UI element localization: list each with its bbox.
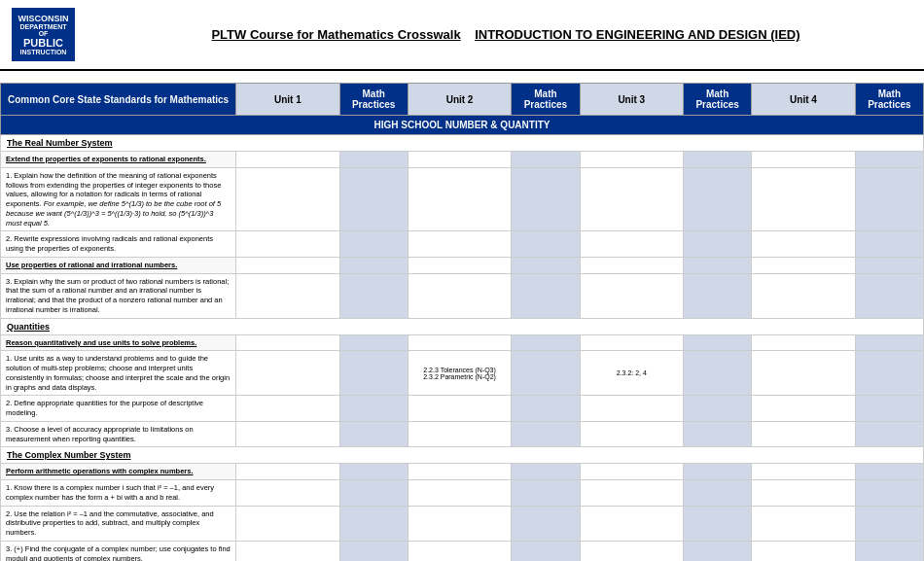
data-cell-6 (752, 167, 856, 231)
data-cell-7 (855, 396, 923, 422)
data-cell-1 (339, 464, 408, 480)
data-cell-7 (855, 334, 923, 351)
data-cell-7 (855, 541, 923, 561)
th-unit4: Unit 4 (752, 84, 856, 116)
data-cell-1 (339, 421, 408, 447)
data-cell-0 (236, 541, 340, 561)
data-cell-2 (408, 167, 512, 231)
data-cell-2: 2.2.3 Tolerances (N-Q3) 2.3.2 Parametric… (408, 351, 512, 396)
table-row: 1. Know there is a complex number i such… (1, 480, 924, 507)
data-cell-0 (236, 480, 340, 507)
data-cell-5 (684, 351, 752, 396)
table-row: Reason quantitatively and use units to s… (1, 334, 924, 351)
data-cell-4 (580, 480, 684, 507)
table-row: 3. Explain why the sum or product of two… (1, 273, 924, 318)
data-cell-2 (408, 152, 512, 168)
data-cell-7 (855, 421, 923, 447)
table-row: 3. (+) Find the conjugate of a complex n… (1, 541, 924, 561)
data-cell-1 (339, 257, 408, 273)
section-header-hsnq: HIGH SCHOOL NUMBER & QUANTITY (1, 116, 924, 135)
data-cell-4 (580, 167, 684, 231)
data-cell-0 (236, 421, 340, 447)
table-row: 3. Choose a level of accuracy appropriat… (1, 421, 924, 447)
main-table: Common Core State Standards for Mathemat… (0, 83, 924, 561)
data-cell-5 (684, 167, 752, 231)
table-row: Use properties of rational and irrationa… (1, 257, 924, 273)
table-header-row: Common Core State Standards for Mathemat… (1, 84, 924, 116)
data-cell-6 (752, 273, 856, 318)
data-cell-6 (752, 152, 856, 168)
data-cell-5 (684, 464, 752, 480)
subsection-header-2: The Complex Number System (1, 447, 924, 464)
data-cell-4 (580, 152, 684, 168)
table-row: 2. Define appropriate quantities for the… (1, 396, 924, 422)
data-cell-3 (512, 167, 580, 231)
data-cell-4 (580, 231, 684, 258)
data-cell-3 (512, 273, 580, 318)
data-cell-5 (684, 257, 752, 273)
th-math3: Math Practices (684, 84, 752, 116)
subsection-header-1: Quantities (1, 318, 924, 334)
logo-area: WISCONSIN DEPARTMENT OF PUBLIC INSTRUCTI… (12, 8, 99, 61)
th-unit1: Unit 1 (236, 84, 340, 116)
data-cell-2 (408, 480, 512, 507)
data-cell-2 (408, 273, 512, 318)
data-cell-2 (408, 464, 512, 480)
data-cell-7 (855, 464, 923, 480)
logo-state: WISCONSIN (18, 14, 68, 23)
table-row: 2. Use the relation i² = –1 and the comm… (1, 506, 924, 541)
data-cell-0 (236, 464, 340, 480)
data-cell-4 (580, 506, 684, 541)
data-cell-2 (408, 396, 512, 422)
data-cell-3 (512, 541, 580, 561)
header-title: PLTW Course for Mathematics Crosswalk IN… (99, 27, 912, 42)
data-cell-4 (580, 541, 684, 561)
data-cell-6 (752, 351, 856, 396)
data-cell-3 (512, 231, 580, 258)
data-cell-1 (339, 541, 408, 561)
data-cell-1 (339, 351, 408, 396)
data-cell-2 (408, 541, 512, 561)
data-cell-7 (855, 257, 923, 273)
data-cell-0 (236, 396, 340, 422)
data-cell-0 (236, 231, 340, 258)
data-cell-3 (512, 334, 580, 351)
data-cell-5 (684, 421, 752, 447)
data-cell-3 (512, 464, 580, 480)
data-cell-1 (339, 396, 408, 422)
data-cell-0 (236, 273, 340, 318)
subtitle-text: INTRODUCTION TO ENGINEERING AND DESIGN (… (475, 27, 800, 42)
data-cell-7 (855, 231, 923, 258)
logo-public: PUBLIC (23, 37, 63, 49)
page-header: WISCONSIN DEPARTMENT OF PUBLIC INSTRUCTI… (0, 0, 924, 71)
data-cell-4: 2.3.2: 2, 4 (580, 351, 684, 396)
data-cell-6 (752, 396, 856, 422)
data-cell-6 (752, 257, 856, 273)
data-cell-0 (236, 506, 340, 541)
data-cell-1 (339, 152, 408, 168)
th-math1: Math Practices (339, 84, 408, 116)
data-cell-7 (855, 273, 923, 318)
data-cell-3 (512, 396, 580, 422)
table-row: Perform arithmetic operations with compl… (1, 464, 924, 480)
data-cell-4 (580, 421, 684, 447)
data-cell-3 (512, 351, 580, 396)
data-cell-5 (684, 541, 752, 561)
data-cell-7 (855, 480, 923, 507)
data-cell-1 (339, 480, 408, 507)
data-cell-6 (752, 464, 856, 480)
data-cell-2 (408, 257, 512, 273)
th-math2: Math Practices (512, 84, 580, 116)
table-row: 1. Use units as a way to understand prob… (1, 351, 924, 396)
data-cell-5 (684, 506, 752, 541)
th-standards: Common Core State Standards for Mathemat… (1, 84, 236, 116)
data-cell-1 (339, 334, 408, 351)
data-cell-3 (512, 506, 580, 541)
data-cell-1 (339, 273, 408, 318)
data-cell-5 (684, 273, 752, 318)
data-cell-4 (580, 396, 684, 422)
data-cell-1 (339, 167, 408, 231)
data-cell-3 (512, 480, 580, 507)
data-cell-4 (580, 334, 684, 351)
data-cell-6 (752, 480, 856, 507)
